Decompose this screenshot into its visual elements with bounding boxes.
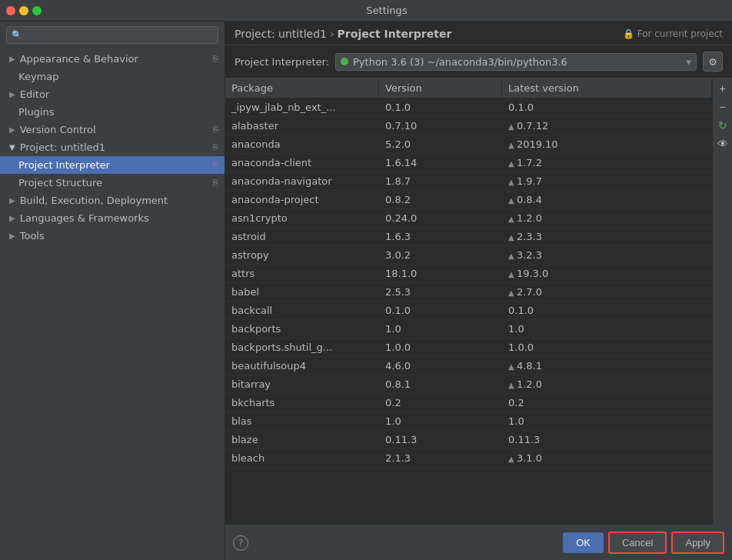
cell-package: attrs [225,265,379,282]
nav-arrow-tools: ▶ [9,232,15,240]
help-icon: ? [238,538,243,548]
cell-latest: ▲ 1.2.0 [502,209,712,227]
table-row[interactable]: backcall0.1.00.1.0 [225,302,712,320]
cell-package: blas [225,412,379,430]
upgrade-arrow-icon: ▲ [508,141,517,149]
sidebar-item-label: Tools [20,230,45,242]
table-row[interactable]: _ipyw_jlab_nb_ext_...0.1.00.1.0 [225,98,712,117]
minimize-button[interactable] [19,6,28,15]
table-row[interactable]: backports1.01.0 [225,320,712,338]
cell-version: 1.6.14 [379,154,502,172]
cell-latest: ▲ 2019.10 [502,135,712,153]
cell-latest: ▲ 0.7.12 [502,117,712,135]
refresh-button[interactable]: ↻ [714,117,731,134]
cell-version: 1.0 [379,320,502,338]
cell-latest: 0.1.0 [502,302,712,319]
table-row[interactable]: beautifulsoup44.6.0▲ 4.8.1 [225,357,712,375]
table-row[interactable]: anaconda-project0.8.2▲ 0.8.4 [225,191,712,209]
sidebar-item-label: Keymap [18,71,58,82]
cell-version: 0.24.0 [379,209,502,227]
sidebar-item-version-control[interactable]: ▶ Version Control ⎘ [0,121,225,138]
maximize-button[interactable] [32,6,42,15]
window-controls [6,6,42,15]
ok-button[interactable]: OK [563,532,604,553]
table-row[interactable]: astroid1.6.3▲ 2.3.3 [225,228,712,246]
cell-package: bitarray [225,375,379,393]
sidebar-item-build[interactable]: ▶ Build, Execution, Deployment [0,192,225,209]
add-package-button[interactable]: + [714,80,731,97]
cancel-button[interactable]: Cancel [608,532,667,554]
cell-package: anaconda-navigator [225,172,379,190]
cell-latest: ▲ 19.3.0 [502,265,712,282]
help-button[interactable]: ? [233,535,248,551]
table-row[interactable]: bleach2.1.3▲ 3.1.0 [225,449,712,468]
sidebar-item-editor[interactable]: ▶ Editor [0,85,225,103]
cell-package: bleach [225,449,379,467]
table-row[interactable]: astropy3.0.2▲ 3.2.3 [225,246,712,265]
table-row[interactable]: attrs18.1.0▲ 19.3.0 [225,265,712,283]
gear-button[interactable]: ⚙ [703,52,723,72]
table-row[interactable]: bitarray0.8.1▲ 1.2.0 [225,375,712,394]
search-input[interactable] [25,29,213,41]
sidebar-item-languages[interactable]: ▶ Languages & Frameworks [0,209,225,227]
settings-icon-project: ⎘ [213,142,218,152]
sidebar-item-tools[interactable]: ▶ Tools [0,227,225,245]
upgrade-arrow-icon: ▲ [508,362,517,371]
eye-button[interactable]: 👁 [714,135,731,152]
interpreter-select[interactable]: Python 3.6 (3) ~/anaconda3/bin/python3.6… [335,53,697,71]
upgrade-arrow-icon: ▲ [508,122,517,131]
sidebar-item-project-structure[interactable]: Project Structure ⎘ [0,174,225,192]
sidebar-item-plugins[interactable]: Plugins [0,103,225,121]
cell-latest: 1.0.0 [502,338,712,356]
cell-version: 2.5.3 [379,283,502,301]
upgrade-arrow-icon: ▲ [508,455,517,463]
cell-latest: ▲ 2.7.0 [502,283,712,301]
table-row[interactable]: blas1.01.0 [225,412,712,431]
table-row[interactable]: anaconda-navigator1.8.7▲ 1.9.7 [225,172,712,191]
remove-package-button[interactable]: − [714,98,731,115]
cell-latest: 1.0 [502,320,712,338]
upgrade-arrow-icon: ▲ [508,381,517,389]
table-row[interactable]: asn1crypto0.24.0▲ 1.2.0 [225,209,712,228]
table-row[interactable]: babel2.5.3▲ 2.7.0 [225,283,712,302]
breadcrumb-separator: › [330,28,334,40]
table-row[interactable]: bkcharts0.20.2 [225,394,712,412]
sidebar-item-project-interpreter[interactable]: Project Interpreter ⎘ [0,156,225,174]
gear-icon: ⚙ [708,56,717,68]
settings-icon-ps: ⎘ [213,178,218,188]
sidebar-item-label: Project Interpreter [18,159,110,171]
sidebar-item-keymap[interactable]: Keymap [0,68,225,85]
sidebar-item-label: Project Structure [18,177,102,188]
cell-version: 1.0 [379,412,502,430]
table-row[interactable]: anaconda5.2.0▲ 2019.10 [225,135,712,154]
upgrade-arrow-icon: ▲ [508,196,517,205]
nav-arrow-build: ▶ [9,196,15,205]
table-row[interactable]: blaze0.11.30.11.3 [225,431,712,449]
cell-package: asn1crypto [225,209,379,227]
cell-package: bkcharts [225,394,379,412]
cell-latest: ▲ 1.7.2 [502,154,712,172]
upgrade-arrow-icon: ▲ [508,270,517,278]
cell-latest: 1.0 [502,412,712,430]
chevron-down-icon: ▾ [686,56,691,68]
sidebar-item-label: Version Control [20,124,96,135]
table-row[interactable]: alabaster0.7.10▲ 0.7.12 [225,117,712,135]
cell-latest: ▲ 3.1.0 [502,449,712,467]
cell-latest: 0.11.3 [502,431,712,448]
sidebar-item-label: Editor [20,88,49,100]
lock-icon: 🔒 [623,28,634,39]
close-button[interactable] [6,6,15,15]
breadcrumb: Project: untitled1 › Project Interpreter [235,28,451,40]
sidebar-item-appearance[interactable]: ▶ Appearance & Behavior ⎘ [0,50,225,68]
cell-latest: ▲ 1.9.7 [502,172,712,190]
table-row[interactable]: anaconda-client1.6.14▲ 1.7.2 [225,154,712,172]
cell-package: astroid [225,228,379,245]
search-box[interactable]: 🔍 [6,26,218,44]
cell-package: anaconda-project [225,191,379,208]
sidebar-item-project[interactable]: ▼ Project: untitled1 ⎘ [0,138,225,156]
apply-button[interactable]: Apply [671,532,724,554]
cell-latest: 0.2 [502,394,712,412]
table-row[interactable]: backports.shutil_g...1.0.01.0.0 [225,338,712,357]
cell-version: 0.7.10 [379,117,502,135]
packages-area: Package Version Latest version _ipyw_jla… [225,78,732,525]
